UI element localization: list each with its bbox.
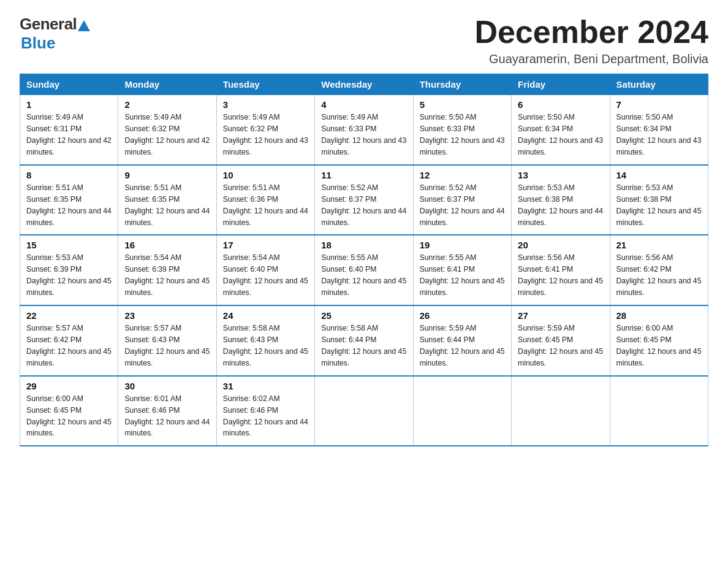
day-number: 27 [518,310,603,321]
day-number: 17 [223,240,308,250]
day-info: Sunrise: 5:56 AMSunset: 6:41 PMDaylight:… [518,253,603,297]
calendar-week-row: 1Sunrise: 5:49 AMSunset: 6:31 PMDaylight… [20,95,708,165]
day-number: 21 [616,240,702,250]
calendar-cell: 12Sunrise: 5:52 AMSunset: 6:37 PMDayligh… [413,165,511,236]
day-info: Sunrise: 5:53 AMSunset: 6:39 PMDaylight:… [26,253,112,297]
day-info: Sunrise: 6:02 AMSunset: 6:46 PMDaylight:… [223,394,308,438]
calendar-cell: 7Sunrise: 5:50 AMSunset: 6:34 PMDaylight… [610,95,708,165]
calendar-cell [413,376,511,446]
day-info: Sunrise: 5:49 AMSunset: 6:31 PMDaylight:… [26,113,112,156]
calendar-day-header: Wednesday [315,74,413,95]
calendar-cell: 13Sunrise: 5:53 AMSunset: 6:38 PMDayligh… [512,165,610,236]
calendar-week-row: 8Sunrise: 5:51 AMSunset: 6:35 PMDaylight… [20,165,708,236]
logo-general-text: General [20,15,77,34]
calendar-cell: 6Sunrise: 5:50 AMSunset: 6:34 PMDaylight… [512,95,610,165]
calendar-cell: 2Sunrise: 5:49 AMSunset: 6:32 PMDaylight… [118,95,216,165]
calendar-day-header: Saturday [610,74,708,95]
day-info: Sunrise: 5:54 AMSunset: 6:39 PMDaylight:… [124,253,210,297]
day-info: Sunrise: 5:55 AMSunset: 6:40 PMDaylight:… [321,253,406,297]
calendar-week-row: 29Sunrise: 6:00 AMSunset: 6:45 PMDayligh… [20,376,708,446]
day-number: 8 [26,170,112,180]
day-info: Sunrise: 5:57 AMSunset: 6:43 PMDaylight:… [124,324,210,367]
calendar-cell [610,376,708,446]
day-info: Sunrise: 5:53 AMSunset: 6:38 PMDaylight:… [616,183,702,227]
day-info: Sunrise: 6:00 AMSunset: 6:45 PMDaylight:… [26,394,112,438]
day-info: Sunrise: 5:53 AMSunset: 6:38 PMDaylight:… [518,183,603,227]
calendar-cell: 27Sunrise: 5:59 AMSunset: 6:45 PMDayligh… [512,305,610,376]
calendar-cell: 14Sunrise: 5:53 AMSunset: 6:38 PMDayligh… [610,165,708,236]
day-number: 18 [321,240,406,250]
calendar-cell: 24Sunrise: 5:58 AMSunset: 6:43 PMDayligh… [216,305,314,376]
day-info: Sunrise: 5:51 AMSunset: 6:35 PMDaylight:… [26,183,112,227]
calendar-cell: 5Sunrise: 5:50 AMSunset: 6:33 PMDaylight… [413,95,511,165]
calendar-day-header: Thursday [413,74,511,95]
calendar-cell: 3Sunrise: 5:49 AMSunset: 6:32 PMDaylight… [216,95,314,165]
day-number: 5 [420,99,505,110]
day-info: Sunrise: 5:52 AMSunset: 6:37 PMDaylight:… [420,183,505,227]
calendar-cell: 11Sunrise: 5:52 AMSunset: 6:37 PMDayligh… [315,165,413,236]
day-info: Sunrise: 5:59 AMSunset: 6:44 PMDaylight:… [420,324,505,367]
calendar-cell: 4Sunrise: 5:49 AMSunset: 6:33 PMDaylight… [315,95,413,165]
calendar-header-row: SundayMondayTuesdayWednesdayThursdayFrid… [20,74,708,95]
calendar-cell: 8Sunrise: 5:51 AMSunset: 6:35 PMDaylight… [20,165,118,236]
day-info: Sunrise: 5:51 AMSunset: 6:35 PMDaylight:… [124,183,210,227]
day-info: Sunrise: 5:58 AMSunset: 6:43 PMDaylight:… [223,324,308,367]
month-year-title: December 2024 [474,15,708,50]
day-info: Sunrise: 5:57 AMSunset: 6:42 PMDaylight:… [26,324,112,367]
day-number: 20 [518,240,603,250]
logo: General Blue [20,15,90,53]
calendar-cell: 19Sunrise: 5:55 AMSunset: 6:41 PMDayligh… [413,235,511,305]
day-number: 15 [26,240,112,250]
calendar-cell: 10Sunrise: 5:51 AMSunset: 6:36 PMDayligh… [216,165,314,236]
day-number: 7 [616,99,702,110]
calendar-cell: 30Sunrise: 6:01 AMSunset: 6:46 PMDayligh… [118,376,216,446]
day-info: Sunrise: 5:50 AMSunset: 6:34 PMDaylight:… [518,113,603,156]
calendar-cell: 20Sunrise: 5:56 AMSunset: 6:41 PMDayligh… [512,235,610,305]
day-number: 24 [223,310,308,321]
day-info: Sunrise: 5:52 AMSunset: 6:37 PMDaylight:… [321,183,406,227]
day-info: Sunrise: 5:59 AMSunset: 6:45 PMDaylight:… [518,324,603,367]
calendar-cell: 21Sunrise: 5:56 AMSunset: 6:42 PMDayligh… [610,235,708,305]
calendar-cell: 23Sunrise: 5:57 AMSunset: 6:43 PMDayligh… [118,305,216,376]
calendar-cell: 15Sunrise: 5:53 AMSunset: 6:39 PMDayligh… [20,235,118,305]
day-number: 9 [124,170,210,180]
calendar-cell: 29Sunrise: 6:00 AMSunset: 6:45 PMDayligh… [20,376,118,446]
day-number: 26 [420,310,505,321]
calendar-cell: 26Sunrise: 5:59 AMSunset: 6:44 PMDayligh… [413,305,511,376]
day-info: Sunrise: 5:49 AMSunset: 6:32 PMDaylight:… [124,113,210,156]
calendar-cell: 18Sunrise: 5:55 AMSunset: 6:40 PMDayligh… [315,235,413,305]
day-info: Sunrise: 5:50 AMSunset: 6:34 PMDaylight:… [616,113,702,156]
day-info: Sunrise: 5:54 AMSunset: 6:40 PMDaylight:… [223,253,308,297]
location-subtitle: Guayaramerin, Beni Department, Bolivia [474,52,708,66]
day-number: 13 [518,170,603,180]
day-info: Sunrise: 5:49 AMSunset: 6:32 PMDaylight:… [223,113,308,156]
day-info: Sunrise: 5:50 AMSunset: 6:33 PMDaylight:… [420,113,505,156]
calendar-week-row: 15Sunrise: 5:53 AMSunset: 6:39 PMDayligh… [20,235,708,305]
calendar-cell [512,376,610,446]
day-info: Sunrise: 6:00 AMSunset: 6:45 PMDaylight:… [616,324,702,367]
calendar-cell: 22Sunrise: 5:57 AMSunset: 6:42 PMDayligh… [20,305,118,376]
page-header: General Blue December 2024 Guayaramerin,… [20,15,708,66]
day-number: 12 [420,170,505,180]
day-number: 30 [124,381,210,391]
day-number: 10 [223,170,308,180]
calendar-cell [315,376,413,446]
day-info: Sunrise: 5:51 AMSunset: 6:36 PMDaylight:… [223,183,308,227]
day-number: 29 [26,381,112,391]
day-number: 4 [321,99,406,110]
day-number: 14 [616,170,702,180]
calendar-day-header: Tuesday [216,74,314,95]
calendar-cell: 9Sunrise: 5:51 AMSunset: 6:35 PMDaylight… [118,165,216,236]
calendar-cell: 28Sunrise: 6:00 AMSunset: 6:45 PMDayligh… [610,305,708,376]
day-number: 11 [321,170,406,180]
day-number: 2 [124,99,210,110]
calendar-cell: 1Sunrise: 5:49 AMSunset: 6:31 PMDaylight… [20,95,118,165]
day-info: Sunrise: 5:49 AMSunset: 6:33 PMDaylight:… [321,113,406,156]
day-info: Sunrise: 6:01 AMSunset: 6:46 PMDaylight:… [124,394,210,438]
day-number: 3 [223,99,308,110]
calendar-cell: 16Sunrise: 5:54 AMSunset: 6:39 PMDayligh… [118,235,216,305]
calendar-day-header: Friday [512,74,610,95]
calendar-cell: 31Sunrise: 6:02 AMSunset: 6:46 PMDayligh… [216,376,314,446]
day-number: 22 [26,310,112,321]
day-number: 6 [518,99,603,110]
